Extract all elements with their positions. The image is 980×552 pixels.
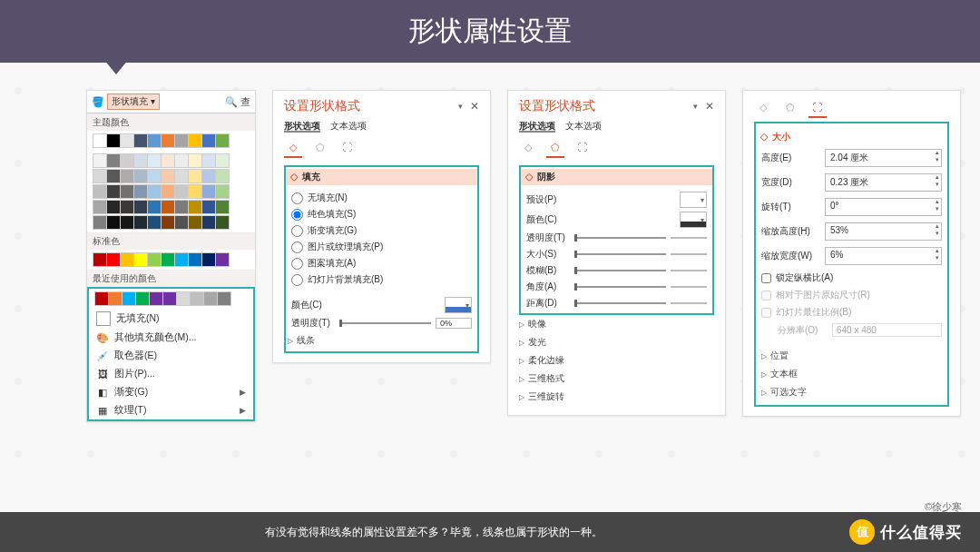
- color-swatch[interactable]: [201, 133, 216, 148]
- color-swatch[interactable]: [201, 169, 216, 183]
- recent-color-grid[interactable]: [89, 289, 253, 309]
- color-swatch[interactable]: [215, 153, 230, 168]
- color-swatch[interactable]: [147, 153, 162, 168]
- tab-text-options[interactable]: 文本选项: [330, 121, 367, 131]
- color-swatch[interactable]: [147, 133, 162, 148]
- color-swatch[interactable]: [120, 215, 134, 230]
- effects-icon[interactable]: ⬠: [546, 138, 564, 158]
- color-swatch[interactable]: [93, 133, 107, 148]
- color-swatch[interactable]: [188, 215, 202, 230]
- color-swatch[interactable]: [162, 291, 177, 306]
- color-swatch[interactable]: [161, 153, 175, 168]
- color-swatch[interactable]: [161, 169, 175, 183]
- color-swatch[interactable]: [133, 133, 148, 148]
- shadow-color-picker[interactable]: [680, 212, 707, 228]
- color-swatch[interactable]: [135, 291, 150, 306]
- color-swatch[interactable]: [174, 252, 189, 267]
- fill-line-icon[interactable]: ◇: [519, 138, 537, 156]
- size-icon[interactable]: ⛶: [573, 138, 592, 156]
- shadow-blur-value[interactable]: [671, 270, 707, 271]
- color-swatch[interactable]: [149, 291, 163, 306]
- effects-icon[interactable]: ⬠: [781, 98, 799, 116]
- color-swatch[interactable]: [215, 133, 230, 148]
- size-subsection[interactable]: 位置: [761, 347, 942, 365]
- color-swatch[interactable]: [188, 153, 202, 168]
- line-section[interactable]: 线条: [288, 331, 475, 350]
- color-swatch[interactable]: [161, 133, 175, 148]
- opt-solid-fill[interactable]: 纯色填充(S): [288, 206, 475, 222]
- color-swatch[interactable]: [93, 184, 107, 199]
- texture-fill-item[interactable]: ▦ 纹理(T) ▶: [89, 401, 253, 419]
- fill-line-icon[interactable]: ◇: [284, 138, 302, 158]
- color-swatch[interactable]: [174, 200, 189, 214]
- scale-height-input[interactable]: 53%: [825, 222, 942, 241]
- more-colors-item[interactable]: 🎨 其他填充颜色(M)...: [89, 329, 253, 347]
- color-swatch[interactable]: [188, 252, 202, 267]
- size-section-header[interactable]: 大小: [761, 131, 942, 143]
- color-swatch[interactable]: [120, 153, 134, 168]
- color-swatch[interactable]: [108, 291, 122, 306]
- effect-section[interactable]: 映像: [519, 315, 714, 333]
- collapse-icon[interactable]: ▾: [458, 102, 463, 111]
- shadow-size-slider[interactable]: [574, 253, 666, 255]
- color-swatch[interactable]: [120, 252, 134, 267]
- color-swatch[interactable]: [161, 184, 175, 199]
- color-swatch[interactable]: [106, 169, 121, 183]
- color-swatch[interactable]: [190, 291, 204, 306]
- gradient-fill-item[interactable]: ◧ 渐变(G) ▶: [89, 383, 253, 401]
- tab-shape-options[interactable]: 形状选项: [519, 121, 555, 133]
- theme-tints-grid[interactable]: [87, 151, 255, 232]
- size-icon[interactable]: ⛶: [338, 138, 357, 156]
- color-swatch[interactable]: [217, 291, 231, 306]
- color-swatch[interactable]: [93, 169, 107, 183]
- color-swatch[interactable]: [147, 215, 162, 230]
- opt-picture-fill[interactable]: 图片或纹理填充(P): [288, 239, 475, 255]
- effect-section[interactable]: 发光: [519, 333, 714, 351]
- search-button[interactable]: 🔍 查: [225, 95, 250, 109]
- close-icon[interactable]: ✕: [470, 100, 479, 113]
- height-input[interactable]: 2.04 厘米: [825, 149, 942, 167]
- color-swatch[interactable]: [215, 184, 230, 199]
- rotation-input[interactable]: 0°: [825, 198, 942, 216]
- fill-color-picker[interactable]: [445, 297, 472, 313]
- color-swatch[interactable]: [93, 252, 107, 267]
- color-swatch[interactable]: [147, 184, 162, 199]
- shadow-preset-picker[interactable]: [680, 192, 707, 208]
- color-swatch[interactable]: [161, 215, 175, 230]
- opt-no-fill[interactable]: 无填充(N): [288, 190, 475, 206]
- color-swatch[interactable]: [215, 215, 230, 230]
- no-fill-item[interactable]: 无填充(N): [89, 309, 253, 329]
- collapse-icon[interactable]: ▾: [693, 102, 698, 111]
- tab-shape-options[interactable]: 形状选项: [284, 121, 320, 133]
- standard-color-grid[interactable]: [87, 250, 255, 270]
- shadow-dist-value[interactable]: [671, 302, 707, 304]
- color-swatch[interactable]: [133, 153, 148, 168]
- effect-section[interactable]: 三维旋转: [519, 388, 714, 406]
- color-swatch[interactable]: [120, 169, 134, 183]
- effects-icon[interactable]: ⬠: [311, 138, 329, 156]
- color-swatch[interactable]: [215, 252, 230, 267]
- size-subsection[interactable]: 可选文字: [761, 383, 942, 401]
- color-swatch[interactable]: [147, 169, 162, 183]
- color-swatch[interactable]: [106, 252, 121, 267]
- color-swatch[interactable]: [188, 184, 202, 199]
- color-swatch[interactable]: [201, 184, 216, 199]
- color-swatch[interactable]: [201, 252, 216, 267]
- tab-text-options[interactable]: 文本选项: [565, 121, 602, 131]
- color-swatch[interactable]: [120, 184, 134, 199]
- size-subsection[interactable]: 文本框: [761, 365, 942, 383]
- color-swatch[interactable]: [120, 200, 134, 214]
- color-swatch[interactable]: [93, 153, 107, 168]
- color-swatch[interactable]: [161, 200, 175, 214]
- shadow-section-header[interactable]: 阴影: [521, 169, 712, 185]
- opt-gradient-fill[interactable]: 渐变填充(G): [288, 222, 475, 239]
- color-swatch[interactable]: [201, 153, 216, 168]
- color-swatch[interactable]: [174, 215, 189, 230]
- shadow-trans-slider[interactable]: [574, 237, 666, 239]
- size-icon[interactable]: ⛶: [808, 98, 827, 118]
- color-swatch[interactable]: [106, 153, 121, 168]
- color-swatch[interactable]: [147, 200, 162, 214]
- color-swatch[interactable]: [93, 200, 107, 214]
- color-swatch[interactable]: [106, 200, 121, 214]
- color-swatch[interactable]: [106, 184, 121, 199]
